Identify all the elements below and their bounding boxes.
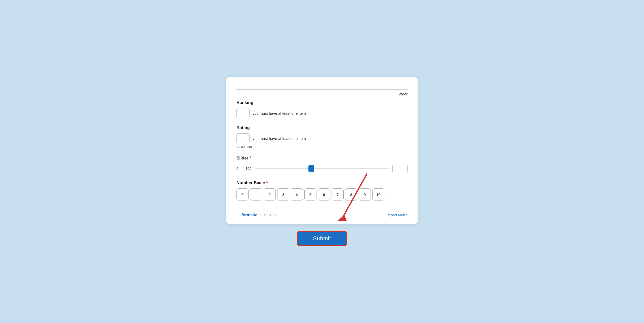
number-scale-option[interactable]: 4 — [291, 188, 303, 200]
slider-min-label: 0 — [236, 167, 243, 171]
slider-value-input[interactable] — [392, 164, 408, 173]
number-scale-row: 012345678910 — [236, 188, 408, 200]
clear-link-row: clear — [226, 92, 418, 96]
form-card: clear Ranking you must have at least one… — [226, 77, 418, 224]
page-wrapper: clear Ranking you must have at least one… — [0, 0, 644, 323]
number-scale-field-group: Number Scale * 012345678910 — [236, 180, 408, 200]
form-footer: ≡ formsite PRO TRIAL Report abuse — [226, 208, 418, 218]
ranking-item-row: you must have at least one item — [236, 108, 408, 118]
ranking-input-box[interactable] — [236, 108, 250, 118]
rating-input-box[interactable] — [236, 133, 250, 143]
slider-fill — [255, 168, 311, 169]
clear-link[interactable]: clear — [399, 92, 408, 96]
number-scale-option[interactable]: 7 — [332, 188, 344, 200]
number-scale-option[interactable]: 0 — [236, 188, 249, 200]
number-scale-option[interactable]: 3 — [277, 188, 289, 200]
annotation-wrapper: Submit — [297, 224, 347, 246]
rating-points: 0/100 points — [236, 145, 408, 149]
rating-label-text: Rating — [236, 125, 250, 130]
slider-max-label: 100 — [246, 167, 252, 171]
formsite-name: formsite — [242, 213, 257, 217]
slider-required-star: * — [250, 156, 251, 161]
slider-track-wrapper[interactable] — [255, 168, 389, 170]
number-scale-option[interactable]: 8 — [345, 188, 357, 200]
ranking-placeholder: you must have at least one item — [253, 111, 306, 115]
top-textarea-area — [226, 77, 418, 90]
number-scale-label: Number Scale * — [236, 180, 408, 185]
report-abuse-link[interactable]: Report abuse — [386, 213, 408, 217]
rating-placeholder: you must have at least one item — [253, 136, 306, 141]
form-body: Ranking you must have at least one item … — [226, 100, 418, 200]
slider-row: 0 100 — [236, 164, 408, 173]
pro-trial-label: PRO TRIAL — [260, 213, 277, 217]
number-scale-option[interactable]: 10 — [372, 188, 384, 200]
number-scale-option[interactable]: 9 — [359, 188, 371, 200]
submit-button[interactable]: Submit — [297, 231, 347, 246]
textarea-underline — [236, 90, 408, 90]
rating-label: Rating — [236, 125, 408, 130]
number-scale-option[interactable]: 2 — [264, 188, 276, 200]
ranking-field-group: Ranking you must have at least one item — [236, 100, 408, 118]
formsite-brand: ≡ formsite PRO TRIAL — [236, 212, 277, 218]
rating-item-row: you must have at least one item — [236, 133, 408, 143]
submit-area: Submit — [297, 231, 347, 246]
number-scale-option[interactable]: 6 — [318, 188, 330, 200]
number-scale-option[interactable]: 5 — [304, 188, 316, 200]
ranking-label: Ranking — [236, 100, 408, 105]
slider-field-group: Slider * 0 100 — [236, 156, 408, 173]
slider-thumb[interactable] — [308, 165, 314, 172]
formsite-logo-icon: ≡ — [236, 212, 239, 218]
rating-field-group: Rating you must have at least one item 0… — [236, 125, 408, 149]
slider-label: Slider * — [236, 156, 408, 161]
number-scale-option[interactable]: 1 — [250, 188, 262, 200]
number-scale-required-star: * — [266, 180, 268, 185]
ranking-label-text: Ranking — [236, 100, 253, 105]
slider-track — [255, 168, 389, 169]
number-scale-label-text: Number Scale — [236, 180, 265, 185]
slider-label-text: Slider — [236, 156, 248, 161]
